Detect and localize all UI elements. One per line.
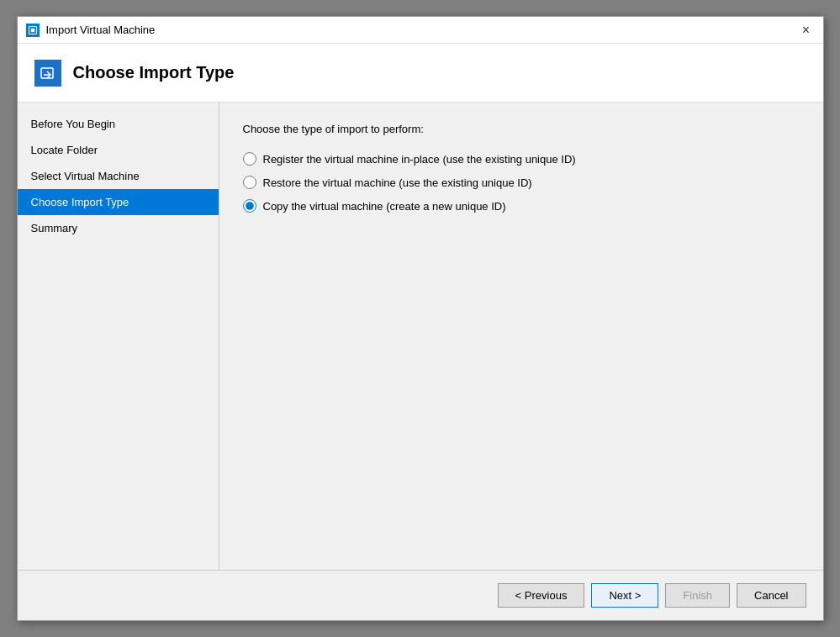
- radio-register-label: Register the virtual machine in-place (u…: [263, 153, 576, 166]
- title-bar: Import Virtual Machine ×: [18, 17, 823, 44]
- footer: < Previous Next > Finish Cancel: [18, 570, 823, 620]
- svg-rect-1: [30, 28, 34, 32]
- window-title: Import Virtual Machine: [46, 24, 156, 36]
- sidebar-item-select-virtual-machine[interactable]: Select Virtual Machine: [18, 163, 219, 189]
- previous-button[interactable]: < Previous: [498, 583, 585, 608]
- sidebar: Before You Begin Locate Folder Select Vi…: [18, 103, 219, 570]
- title-bar-left: Import Virtual Machine: [26, 24, 156, 37]
- radio-register[interactable]: [243, 152, 256, 166]
- radio-copy[interactable]: [243, 199, 256, 213]
- header-icon: [34, 60, 61, 87]
- radio-option-restore[interactable]: Restore the virtual machine (use the exi…: [243, 176, 800, 189]
- svg-rect-2: [41, 68, 53, 78]
- next-button[interactable]: Next >: [591, 583, 658, 608]
- content-area: Choose the type of import to perform: Re…: [219, 103, 823, 570]
- radio-copy-label: Copy the virtual machine (create a new u…: [263, 200, 506, 213]
- sidebar-item-before-you-begin[interactable]: Before You Begin: [18, 111, 219, 137]
- radio-restore-label: Restore the virtual machine (use the exi…: [263, 176, 532, 189]
- radio-restore[interactable]: [243, 176, 256, 189]
- radio-group: Register the virtual machine in-place (u…: [243, 152, 800, 213]
- close-button[interactable]: ×: [798, 22, 815, 39]
- radio-option-copy[interactable]: Copy the virtual machine (create a new u…: [243, 199, 800, 213]
- sidebar-item-locate-folder[interactable]: Locate Folder: [18, 137, 219, 163]
- import-virtual-machine-window: Import Virtual Machine × Choose Import T…: [17, 16, 824, 621]
- content-description: Choose the type of import to perform:: [243, 123, 800, 135]
- page-title: Choose Import Type: [73, 63, 235, 82]
- sidebar-item-summary[interactable]: Summary: [18, 215, 219, 241]
- sidebar-item-choose-import-type[interactable]: Choose Import Type: [18, 189, 219, 215]
- header-section: Choose Import Type: [18, 44, 823, 103]
- radio-option-register[interactable]: Register the virtual machine in-place (u…: [243, 152, 800, 166]
- window-icon: [26, 24, 40, 37]
- cancel-button[interactable]: Cancel: [737, 583, 806, 608]
- finish-button[interactable]: Finish: [665, 583, 730, 608]
- main-content: Before You Begin Locate Folder Select Vi…: [18, 103, 823, 570]
